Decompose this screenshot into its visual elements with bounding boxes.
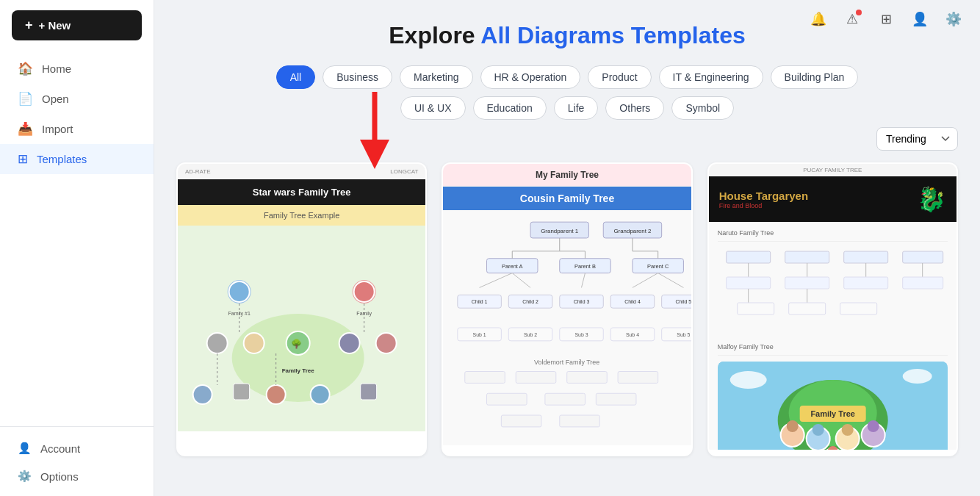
card2-cousin-banner: Cousin Family Tree [443,187,691,210]
page-title-plain: Explore [389,22,475,48]
svg-text:Sub 4: Sub 4 [626,332,639,337]
svg-text:Parent A: Parent A [502,263,523,270]
svg-text:Grandparent 2: Grandparent 2 [614,228,652,234]
svg-text:Sub 2: Sub 2 [524,332,537,337]
card3-naruto-label: Naruto Family Tree [718,229,948,242]
filter-business[interactable]: Business [323,65,392,89]
template-card-2[interactable]: My Family Tree Cousin Family Tree Grandp… [442,162,692,456]
templates-grid: AD-RATE LONGCAT Star wars Family Tree Fa… [176,162,958,456]
filter-all[interactable]: All [276,65,316,89]
sidebar-item-import[interactable]: 📥 Import [0,114,154,144]
filter-marketing[interactable]: Marketing [400,65,472,89]
card2-inner: My Family Tree Cousin Family Tree Grandp… [443,164,691,455]
topbar: 🔔 ⚠ ⊞ 👤 ⚙️ [807,7,965,31]
svg-rect-93 [788,303,825,315]
card1-inner: AD-RATE LONGCAT Star wars Family Tree Fa… [178,164,425,455]
card1-tree-area: 🌳 Fam [178,226,425,431]
settings-icon[interactable]: ⚙️ [942,7,965,31]
svg-rect-81 [902,251,943,263]
new-button[interactable]: + + New [12,10,142,40]
card3-naruto-svg [718,248,948,336]
filter-building[interactable]: Building Plan [771,65,859,89]
sidebar: + + New 🏠 Home 📄 Open 📥 Import ⊞ Templat… [0,0,154,496]
card2-header: My Family Tree [443,164,691,187]
svg-text:Family #1: Family #1 [228,311,250,317]
svg-point-6 [354,281,375,302]
svg-rect-68 [487,393,527,405]
notification-icon[interactable]: 🔔 [807,7,830,31]
card3-dragon-icon: 🐉 [917,185,946,213]
svg-rect-94 [840,303,876,315]
svg-rect-66 [567,372,608,384]
filter-life[interactable]: Life [554,96,599,120]
sidebar-nav: 🏠 Home 📄 Open 📥 Import ⊞ Templates [0,48,154,426]
svg-rect-72 [560,415,600,427]
user-icon[interactable]: 👤 [908,7,932,31]
svg-text:Parent B: Parent B [574,263,596,270]
svg-line-74 [513,273,531,288]
card1-header-right: LONGCAT [390,168,418,175]
svg-line-76 [633,273,658,288]
svg-rect-92 [737,303,774,315]
svg-text:Voldemort Family Tree: Voldemort Family Tree [534,359,599,366]
import-icon: 📥 [18,121,33,137]
filter-others[interactable]: Others [605,96,664,120]
filter-hr[interactable]: HR & Operation [480,65,581,89]
filter-product[interactable]: Product [588,65,651,89]
template-card-1[interactable]: AD-RATE LONGCAT Star wars Family Tree Fa… [176,162,427,456]
home-icon: 🏠 [18,61,33,76]
svg-text:🌳: 🌳 [291,338,302,349]
svg-rect-64 [465,372,505,384]
card1-header-left: AD-RATE [185,168,211,175]
svg-rect-69 [545,393,586,405]
sidebar-bottom: 👤 Account ⚙️ Options [0,426,154,496]
svg-rect-67 [618,372,658,384]
card3-tree-content: Naruto Family Tree [709,222,956,450]
svg-rect-88 [843,277,887,289]
svg-point-16 [311,385,330,404]
sidebar-item-options[interactable]: ⚙️ Options [0,462,154,490]
svg-point-8 [244,333,264,353]
svg-point-13 [193,385,212,404]
card3-inner: PUCAY FAMILY TREE House Targaryen Fire a… [709,164,956,455]
svg-rect-14 [234,384,250,400]
card3-targaryen-header: House Targaryen Fire and Blood 🐉 [709,176,956,222]
filter-row-1: All Business Marketing HR & Operation Pr… [176,65,958,89]
svg-rect-89 [902,277,943,289]
svg-text:Sub 1: Sub 1 [473,332,486,337]
account-icon: 👤 [18,442,32,455]
filter-symbol[interactable]: Symbol [671,96,734,120]
card1-tree-svg: 🌳 Fam [178,226,425,431]
svg-point-7 [207,333,228,353]
grid-icon[interactable]: ⊞ [874,7,898,31]
options-label: Options [40,470,79,483]
sort-select[interactable]: Trending Newest Most Used [876,127,958,151]
filter-it[interactable]: IT & Engineering [659,65,763,89]
svg-text:Family: Family [356,311,372,317]
plus-icon: + [25,18,33,33]
template-card-3[interactable]: PUCAY FAMILY TREE House Targaryen Fire a… [707,162,958,456]
sidebar-item-home[interactable]: 🏠 Home [0,54,154,84]
svg-text:Grandparent 1: Grandparent 1 [541,228,580,234]
svg-text:Family Tree: Family Tree [282,367,315,374]
sidebar-item-templates[interactable]: ⊞ Templates [0,144,154,174]
card3-colorful-tree: Family Tree [718,362,948,450]
svg-rect-71 [502,415,542,427]
svg-point-96 [729,371,766,389]
card3-pucay-label: PUCAY FAMILY TREE [709,164,956,176]
card2-tree-svg: Grandparent 1 Grandparent 2 Parent A Par… [443,210,691,445]
filter-ui[interactable]: UI & UX [400,96,466,120]
file-icon: 📄 [18,91,33,107]
filter-education[interactable]: Education [473,96,547,120]
sidebar-item-open[interactable]: 📄 Open [0,84,154,114]
page-title-highlight: All Diagrams Templates [480,22,745,48]
svg-text:Sub 5: Sub 5 [677,332,691,337]
svg-rect-70 [597,393,637,405]
svg-rect-86 [726,277,770,289]
svg-rect-78 [726,251,770,263]
sidebar-item-account[interactable]: 👤 Account [0,434,154,462]
svg-rect-79 [785,251,829,263]
card1-banner: Star wars Family Tree [178,179,425,205]
sidebar-item-open-label: Open [42,93,69,105]
alert-icon[interactable]: ⚠ [840,7,864,31]
